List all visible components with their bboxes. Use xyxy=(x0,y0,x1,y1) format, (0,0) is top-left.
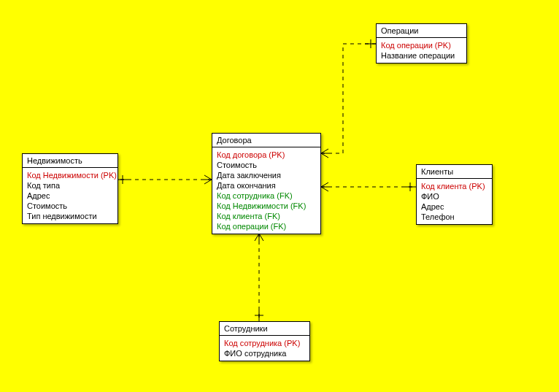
field: ФИО xyxy=(421,191,487,201)
field: Тип недвижимости xyxy=(27,211,113,221)
svg-line-9 xyxy=(321,187,328,191)
field: ФИО сотрудника xyxy=(224,348,305,358)
svg-line-14 xyxy=(321,153,328,158)
svg-line-3 xyxy=(204,180,212,184)
entity-fields: Код договора (PK) Стоимость Дата заключе… xyxy=(212,147,320,234)
field: Дата заключения xyxy=(217,170,316,180)
svg-line-7 xyxy=(321,182,328,187)
svg-line-20 xyxy=(259,234,263,241)
field: Дата окончания xyxy=(217,180,316,191)
field: Телефон xyxy=(421,212,487,222)
field: Стоимость xyxy=(217,160,316,170)
entity-nedvizhimost: Недвижимость Код Недвижимости (PK) Код т… xyxy=(22,153,118,224)
field: Адрес xyxy=(421,201,487,212)
field-pk: Код Недвижимости (PK) xyxy=(27,170,113,180)
svg-line-1 xyxy=(204,175,212,180)
svg-line-12 xyxy=(321,149,328,153)
field-fk: Код Недвижимости (FK) xyxy=(217,201,316,211)
field: Адрес xyxy=(27,191,113,201)
entity-title: Операции xyxy=(377,24,466,38)
field-pk: Код сотрудника (PK) xyxy=(224,338,305,348)
field-fk: Код клиента (FK) xyxy=(217,211,316,221)
field-pk: Код клиента (PK) xyxy=(421,181,487,191)
field-fk: Код операции (FK) xyxy=(217,221,316,231)
svg-line-18 xyxy=(255,234,259,241)
entity-title: Недвижимость xyxy=(23,154,117,168)
field-pk: Код договора (PK) xyxy=(217,150,316,160)
entity-title: Договора xyxy=(212,134,320,147)
field-pk: Код операции (PK) xyxy=(381,40,462,50)
entity-fields: Код Недвижимости (PK) Код типа Адрес Сто… xyxy=(23,168,117,223)
entity-fields: Код сотрудника (PK) ФИО сотрудника xyxy=(220,336,309,361)
field-fk: Код сотрудника (FK) xyxy=(217,191,316,201)
entity-klienty: Клиенты Код клиента (PK) ФИО Адрес Телеф… xyxy=(416,164,493,225)
entity-operacii: Операции Код операции (PK) Название опер… xyxy=(376,23,467,64)
entity-title: Клиенты xyxy=(417,165,492,179)
field: Стоимость xyxy=(27,201,113,211)
field: Название операции xyxy=(381,50,462,61)
field: Код типа xyxy=(27,180,113,191)
entity-fields: Код клиента (PK) ФИО Адрес Телефон xyxy=(417,179,492,224)
entity-sotrudniki: Сотрудники Код сотрудника (PK) ФИО сотру… xyxy=(219,321,310,361)
entity-title: Сотрудники xyxy=(220,322,309,336)
entity-dogovora: Договора Код договора (PK) Стоимость Дат… xyxy=(212,133,321,234)
entity-fields: Код операции (PK) Название операции xyxy=(377,38,466,63)
